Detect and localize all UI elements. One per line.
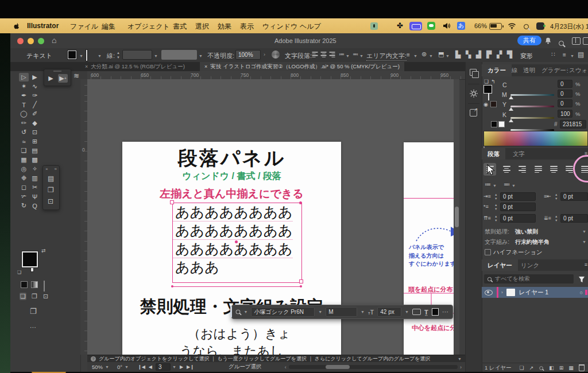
menu-window[interactable]: ウィンドウ [262,22,297,32]
align-vertical-top-icon[interactable]: ▛ [486,51,492,58]
collect-export-icon[interactable]: ❏ [520,366,524,371]
align-vertical-center-icon[interactable]: ▞ [497,51,502,58]
menubar-app-name[interactable]: Illustrator [27,22,59,30]
hex-field[interactable]: 231815 [560,120,586,129]
artboard-2[interactable]: 境界線 パネル表示で 揃える方向は すぐにわかります！ 頭を起点に分布 中心を起… [404,142,459,355]
tab-links[interactable]: リンク [521,262,539,270]
align-left-icon[interactable] [312,51,318,57]
wifi-icon[interactable] [508,22,516,31]
font-style-field[interactable]: M [326,307,357,317]
rotation-chevron-icon[interactable]: ▼ [125,365,129,369]
mini-duplicate-icon[interactable]: ❐ [48,187,54,193]
stroke-weight-field[interactable] [122,50,152,60]
magic-wand-tool[interactable]: ✶ [19,82,29,91]
font-search-chevron-icon[interactable]: ▼ [244,310,248,314]
white-swatch[interactable] [498,121,505,127]
panels-icon[interactable] [583,37,588,45]
font-size-field[interactable]: 42 px [377,307,401,317]
mini-panel-expand-icon[interactable]: » [55,166,57,172]
envelope-chevron-icon[interactable]: ▼ [429,54,433,58]
tab-paragraph[interactable]: 段落 [482,148,505,160]
bullet-list-icon[interactable]: ≔ [339,52,345,57]
minimize-window-button[interactable] [28,38,34,44]
frame-handle-top-left[interactable] [170,200,174,204]
menu-more-icon[interactable]: ≡ [563,52,566,58]
artboards-panel-icon[interactable] [470,69,477,76]
current-color-swatch[interactable] [490,101,497,107]
horizontal-ruler[interactable]: 600 650 700 750 800 850 900 950 [87,71,465,80]
eyedropper-tool[interactable]: ✧ [30,165,40,173]
numbering-chevron-icon[interactable]: ▼ [512,184,516,188]
zoom-chevron-icon[interactable]: ▼ [105,365,109,369]
menu-view[interactable]: 表示 [240,22,254,32]
bullets-chevron-icon[interactable]: ▼ [493,184,497,188]
align-center-button[interactable] [500,163,513,176]
volume-icon[interactable] [443,22,451,31]
tab-label[interactable]: 実技 イラストロゴ作成実習②（LOGO作成）.ai* @ 50 % (CMYK/… [210,63,400,71]
knife-tool[interactable]: ✃ [19,192,29,201]
line-app-icon[interactable] [427,22,435,30]
channel-value-m[interactable]: 0 [558,90,572,98]
opacity-field[interactable]: 100% [235,50,261,60]
notifications-bell-icon[interactable] [544,37,552,47]
symbol-sprayer-tool[interactable]: ❉ [19,174,29,182]
opacity-more-icon[interactable]: › [264,52,265,57]
layers-search-field[interactable]: すべてを検索 [484,274,574,283]
brush-definition-field[interactable] [161,50,197,60]
align-horizontal-center-icon[interactable]: ▚ [466,51,471,58]
tab-stroke[interactable]: 線 [512,67,518,75]
line-options-icon[interactable]: ≡ [407,52,410,58]
area-type-label[interactable]: エリア内文字: [366,52,407,61]
font-search-icon[interactable] [236,310,240,314]
none-mode-button[interactable] [44,281,45,292]
hscrollbar-thumb[interactable] [326,365,350,369]
menu-select[interactable]: 選択 [195,22,209,32]
channel-value-k[interactable]: 100 [558,110,572,118]
type-options-icon[interactable]: T̤ [424,309,428,316]
numbered-list-chevron-icon[interactable]: ▼ [359,54,363,58]
pencil-tool[interactable]: ✏ [19,119,29,127]
space-before-stepper[interactable]: ▲▼ [494,215,497,223]
font-family-field[interactable]: 小塚ゴシック Pr6N [251,307,315,317]
mini-align-icon[interactable]: ▤ [48,175,54,182]
menu-edit[interactable]: 編集 [102,22,115,32]
first-line-indent-field[interactable]: 0 pt [500,203,536,211]
close-tab-icon[interactable]: × [204,64,207,69]
numbered-list-icon[interactable]: ≕ [353,52,358,57]
align-horizontal-right-icon[interactable]: ▟ [476,51,481,58]
tab-gradient[interactable]: グラデーション [541,67,568,75]
text-color-swatch[interactable] [432,308,439,316]
delete-layer-icon[interactable] [579,364,585,371]
numbering-dropdown-icon[interactable]: ≕ [504,181,510,188]
layer-target-icon[interactable]: ○ [580,290,583,296]
font-family-chevron-icon[interactable]: ▼ [318,310,322,314]
pen-tool[interactable]: ✒ [19,91,29,100]
artboard-tool[interactable]: ◻ [19,183,29,192]
align-horizontal-left-icon[interactable]: ▙ [455,51,461,58]
type-tool[interactable]: T [19,100,29,109]
tearoff-grip[interactable] [53,71,61,72]
ime-icon[interactable]: あ [457,22,465,30]
rotate-view-tool[interactable]: ↻ [19,201,29,210]
frame-handle-bottom-right[interactable] [299,279,303,283]
fill-color-swatch[interactable] [68,50,76,59]
right-indent-stepper[interactable]: ▲▼ [555,193,558,201]
menu-effect[interactable]: 効果 [218,22,231,32]
menu-type[interactable]: 書式 [173,22,187,32]
menu-help[interactable]: ヘルプ [300,22,321,32]
registration-icon[interactable]: ◉ [483,102,488,107]
draw-behind-mode-icon[interactable]: ❐ [32,293,37,300]
right-indent-field[interactable]: 0 pt [560,192,588,201]
curvature-tool[interactable]: ✑ [30,91,40,100]
mini-swap-icon[interactable]: ↰ [491,79,496,84]
kinsoku-chevron-icon[interactable]: ▼ [582,230,586,234]
brush-chevron-icon[interactable]: ▼ [199,54,203,58]
stroke-weight-chevron-icon[interactable]: ▼ [154,54,158,58]
space-before-field[interactable]: 0 pt [500,214,536,223]
panel-fill-swatch[interactable] [483,85,492,94]
workspace-icon[interactable] [572,37,581,45]
stroke-color-swatch[interactable] [86,50,87,61]
stroke-weight-stepper[interactable]: ▲▼ [117,50,120,60]
share-button[interactable]: 共有 [517,36,541,45]
canvas-vscrollbar[interactable] [454,79,459,355]
